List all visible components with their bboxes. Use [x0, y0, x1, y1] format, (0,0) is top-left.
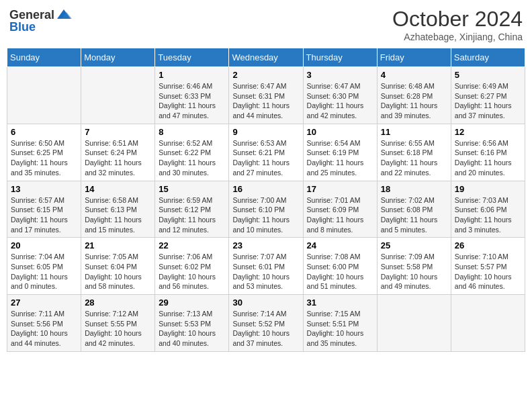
day-number: 12 [455, 127, 521, 137]
day-content: Sunrise: 7:05 AM Sunset: 6:04 PM Dayligh… [85, 252, 151, 291]
day-header-sunday: Sunday [7, 48, 81, 67]
calendar-cell: 23Sunrise: 7:07 AM Sunset: 6:01 PM Dayli… [229, 238, 303, 295]
day-number: 13 [11, 184, 77, 194]
calendar-cell: 19Sunrise: 7:03 AM Sunset: 6:06 PM Dayli… [451, 181, 525, 238]
day-number: 6 [11, 127, 77, 137]
day-number: 1 [159, 70, 225, 80]
calendar-cell: 26Sunrise: 7:10 AM Sunset: 5:57 PM Dayli… [451, 238, 525, 295]
calendar-cell: 8Sunrise: 6:52 AM Sunset: 6:22 PM Daylig… [155, 124, 229, 181]
calendar-week-row: 13Sunrise: 6:57 AM Sunset: 6:15 PM Dayli… [7, 181, 525, 238]
calendar-week-row: 6Sunrise: 6:50 AM Sunset: 6:25 PM Daylig… [7, 124, 525, 181]
day-content: Sunrise: 6:47 AM Sunset: 6:30 PM Dayligh… [307, 81, 373, 121]
calendar-cell: 11Sunrise: 6:55 AM Sunset: 6:18 PM Dayli… [377, 124, 451, 181]
calendar-cell: 25Sunrise: 7:09 AM Sunset: 5:58 PM Dayli… [377, 238, 451, 295]
day-content: Sunrise: 6:50 AM Sunset: 6:25 PM Dayligh… [11, 138, 77, 178]
day-content: Sunrise: 7:09 AM Sunset: 5:58 PM Dayligh… [381, 252, 447, 291]
calendar-cell: 22Sunrise: 7:06 AM Sunset: 6:02 PM Dayli… [155, 238, 229, 295]
day-header-saturday: Saturday [451, 48, 525, 67]
calendar-cell: 29Sunrise: 7:13 AM Sunset: 5:53 PM Dayli… [155, 295, 229, 352]
calendar-cell: 17Sunrise: 7:01 AM Sunset: 6:09 PM Dayli… [303, 181, 377, 238]
calendar-cell: 6Sunrise: 6:50 AM Sunset: 6:25 PM Daylig… [7, 124, 81, 181]
calendar-cell: 4Sunrise: 6:48 AM Sunset: 6:28 PM Daylig… [377, 67, 451, 124]
day-number: 23 [232, 240, 299, 250]
day-content: Sunrise: 7:12 AM Sunset: 5:55 PM Dayligh… [85, 309, 151, 349]
day-content: Sunrise: 6:57 AM Sunset: 6:15 PM Dayligh… [11, 195, 77, 235]
day-number: 22 [159, 240, 225, 250]
calendar-cell: 21Sunrise: 7:05 AM Sunset: 6:04 PM Dayli… [81, 238, 155, 295]
day-number: 28 [85, 298, 151, 308]
day-number: 9 [232, 127, 299, 137]
calendar-cell: 12Sunrise: 6:56 AM Sunset: 6:16 PM Dayli… [451, 124, 525, 181]
location: Azhatebage, Xinjiang, China [392, 32, 523, 42]
day-number: 27 [11, 298, 77, 308]
day-header-thursday: Thursday [303, 48, 377, 67]
day-number: 15 [159, 184, 225, 194]
calendar-cell: 5Sunrise: 6:49 AM Sunset: 6:27 PM Daylig… [451, 67, 525, 124]
day-content: Sunrise: 7:01 AM Sunset: 6:09 PM Dayligh… [307, 195, 373, 235]
day-number: 3 [307, 70, 373, 80]
day-number: 4 [381, 70, 447, 80]
day-header-friday: Friday [377, 48, 451, 67]
calendar-cell: 3Sunrise: 6:47 AM Sunset: 6:30 PM Daylig… [303, 67, 377, 124]
day-content: Sunrise: 7:04 AM Sunset: 6:05 PM Dayligh… [11, 252, 77, 291]
day-content: Sunrise: 7:00 AM Sunset: 6:10 PM Dayligh… [232, 195, 299, 235]
day-content: Sunrise: 6:46 AM Sunset: 6:33 PM Dayligh… [159, 81, 225, 121]
day-number: 25 [381, 240, 447, 250]
title-block: October 2024 Azhatebage, Xinjiang, China [392, 7, 523, 42]
calendar-cell: 30Sunrise: 7:14 AM Sunset: 5:52 PM Dayli… [229, 295, 303, 352]
day-number: 7 [85, 127, 151, 137]
calendar-cell: 28Sunrise: 7:12 AM Sunset: 5:55 PM Dayli… [81, 295, 155, 352]
day-content: Sunrise: 7:10 AM Sunset: 5:57 PM Dayligh… [455, 252, 521, 291]
day-number: 2 [232, 70, 299, 80]
calendar-cell: 1Sunrise: 6:46 AM Sunset: 6:33 PM Daylig… [155, 67, 229, 124]
day-content: Sunrise: 7:15 AM Sunset: 5:51 PM Dayligh… [307, 309, 373, 349]
calendar-cell: 16Sunrise: 7:00 AM Sunset: 6:10 PM Dayli… [229, 181, 303, 238]
day-content: Sunrise: 6:49 AM Sunset: 6:27 PM Dayligh… [455, 81, 521, 121]
day-content: Sunrise: 6:47 AM Sunset: 6:31 PM Dayligh… [232, 81, 299, 121]
calendar-cell: 27Sunrise: 7:11 AM Sunset: 5:56 PM Dayli… [7, 295, 81, 352]
day-number: 10 [307, 127, 373, 137]
day-content: Sunrise: 7:06 AM Sunset: 6:02 PM Dayligh… [159, 252, 225, 291]
day-number: 31 [307, 298, 373, 308]
day-header-monday: Monday [81, 48, 155, 67]
calendar-cell: 31Sunrise: 7:15 AM Sunset: 5:51 PM Dayli… [303, 295, 377, 352]
logo-blue-text: Blue [9, 20, 36, 34]
day-content: Sunrise: 6:51 AM Sunset: 6:24 PM Dayligh… [85, 138, 151, 178]
page-header: General Blue October 2024 Azhatebage, Xi… [7, 7, 525, 42]
day-content: Sunrise: 7:02 AM Sunset: 6:08 PM Dayligh… [381, 195, 447, 235]
day-number: 18 [381, 184, 447, 194]
logo-icon [56, 7, 72, 23]
calendar-cell: 10Sunrise: 6:54 AM Sunset: 6:19 PM Dayli… [303, 124, 377, 181]
day-content: Sunrise: 6:58 AM Sunset: 6:13 PM Dayligh… [85, 195, 151, 235]
calendar-cell [7, 67, 81, 124]
logo: General Blue [9, 7, 72, 34]
day-number: 19 [455, 184, 521, 194]
day-content: Sunrise: 7:11 AM Sunset: 5:56 PM Dayligh… [11, 309, 77, 349]
calendar-header-row: SundayMondayTuesdayWednesdayThursdayFrid… [7, 48, 525, 67]
day-number: 26 [455, 240, 521, 250]
day-content: Sunrise: 6:54 AM Sunset: 6:19 PM Dayligh… [307, 138, 373, 178]
day-content: Sunrise: 7:07 AM Sunset: 6:01 PM Dayligh… [232, 252, 299, 291]
calendar-table: SundayMondayTuesdayWednesdayThursdayFrid… [7, 48, 525, 352]
day-number: 8 [159, 127, 225, 137]
day-number: 30 [232, 298, 299, 308]
day-content: Sunrise: 6:53 AM Sunset: 6:21 PM Dayligh… [232, 138, 299, 178]
day-number: 5 [455, 70, 521, 80]
day-content: Sunrise: 6:48 AM Sunset: 6:28 PM Dayligh… [381, 81, 447, 121]
calendar-week-row: 1Sunrise: 6:46 AM Sunset: 6:33 PM Daylig… [7, 67, 525, 124]
month-title: October 2024 [392, 7, 523, 32]
day-number: 21 [85, 240, 151, 250]
day-content: Sunrise: 7:08 AM Sunset: 6:00 PM Dayligh… [307, 252, 373, 291]
calendar-cell [81, 67, 155, 124]
calendar-cell [451, 295, 525, 352]
day-number: 17 [307, 184, 373, 194]
day-number: 14 [85, 184, 151, 194]
day-content: Sunrise: 6:59 AM Sunset: 6:12 PM Dayligh… [159, 195, 225, 235]
calendar-cell [377, 295, 451, 352]
day-content: Sunrise: 6:52 AM Sunset: 6:22 PM Dayligh… [159, 138, 225, 178]
calendar-cell: 20Sunrise: 7:04 AM Sunset: 6:05 PM Dayli… [7, 238, 81, 295]
day-content: Sunrise: 6:56 AM Sunset: 6:16 PM Dayligh… [455, 138, 521, 178]
day-header-tuesday: Tuesday [155, 48, 229, 67]
day-content: Sunrise: 6:55 AM Sunset: 6:18 PM Dayligh… [381, 138, 447, 178]
calendar-cell: 2Sunrise: 6:47 AM Sunset: 6:31 PM Daylig… [229, 67, 303, 124]
